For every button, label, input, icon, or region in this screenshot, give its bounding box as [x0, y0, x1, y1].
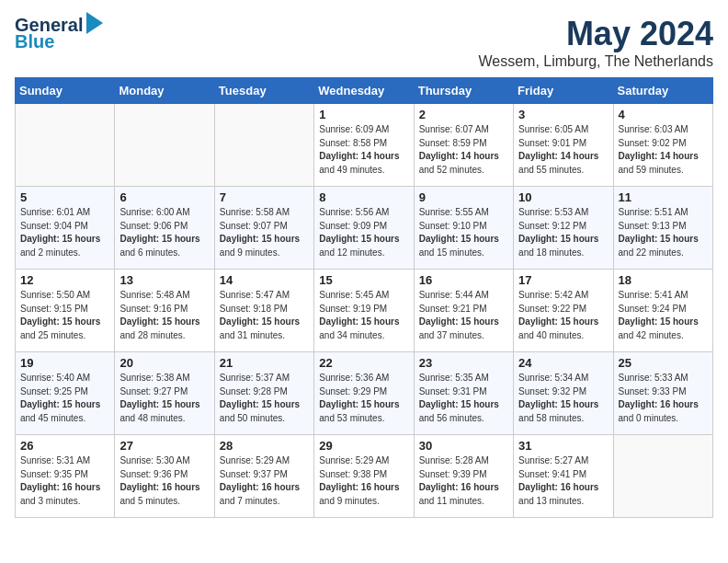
day-number: 3: [518, 108, 608, 121]
calendar-cell: 29Sunrise: 5:29 AMSunset: 9:38 PMDayligh…: [314, 435, 414, 518]
calendar-cell: 19Sunrise: 5:40 AMSunset: 9:25 PMDayligh…: [16, 352, 115, 435]
calendar-cell: 17Sunrise: 5:42 AMSunset: 9:22 PMDayligh…: [514, 270, 613, 352]
day-info: Sunrise: 5:50 AMSunset: 9:15 PMDaylight:…: [20, 289, 109, 342]
day-number: 2: [419, 108, 508, 121]
day-number: 16: [419, 273, 508, 287]
day-number: 4: [619, 108, 708, 121]
day-header-monday: Monday: [115, 78, 214, 104]
calendar-cell: [16, 104, 115, 187]
calendar-cell: 31Sunrise: 5:27 AMSunset: 9:41 PMDayligh…: [514, 435, 613, 518]
day-info: Sunrise: 5:42 AMSunset: 9:22 PMDaylight:…: [518, 289, 608, 342]
calendar-week-row: 26Sunrise: 5:31 AMSunset: 9:35 PMDayligh…: [16, 435, 713, 518]
day-number: 19: [20, 356, 109, 370]
day-info: Sunrise: 5:35 AMSunset: 9:31 PMDaylight:…: [419, 372, 508, 425]
day-info: Sunrise: 5:27 AMSunset: 9:41 PMDaylight:…: [518, 454, 608, 508]
day-info: Sunrise: 5:56 AMSunset: 9:09 PMDaylight:…: [319, 206, 408, 259]
day-info: Sunrise: 5:44 AMSunset: 9:21 PMDaylight:…: [419, 289, 508, 342]
day-info: Sunrise: 5:29 AMSunset: 9:38 PMDaylight:…: [319, 454, 408, 508]
day-info: Sunrise: 5:33 AMSunset: 9:33 PMDaylight:…: [619, 372, 708, 425]
day-number: 14: [220, 273, 309, 287]
calendar-cell: 16Sunrise: 5:44 AMSunset: 9:21 PMDayligh…: [414, 270, 513, 352]
day-info: Sunrise: 6:07 AMSunset: 8:59 PMDaylight:…: [419, 123, 508, 177]
logo: General Blue: [15, 15, 103, 52]
calendar-cell: 23Sunrise: 5:35 AMSunset: 9:31 PMDayligh…: [414, 352, 513, 435]
calendar-cell: 27Sunrise: 5:30 AMSunset: 9:36 PMDayligh…: [115, 435, 214, 518]
day-number: 31: [518, 439, 608, 453]
day-number: 10: [518, 190, 608, 204]
calendar-cell: 1Sunrise: 6:09 AMSunset: 8:58 PMDaylight…: [314, 104, 414, 187]
day-info: Sunrise: 5:40 AMSunset: 9:25 PMDaylight:…: [20, 372, 109, 425]
calendar-cell: 24Sunrise: 5:34 AMSunset: 9:32 PMDayligh…: [514, 352, 613, 435]
day-number: 27: [119, 439, 209, 453]
day-number: 25: [619, 356, 708, 370]
calendar-cell: 26Sunrise: 5:31 AMSunset: 9:35 PMDayligh…: [16, 435, 115, 518]
calendar-cell: 9Sunrise: 5:55 AMSunset: 9:10 PMDaylight…: [414, 187, 513, 270]
day-number: 23: [419, 356, 508, 370]
day-number: 6: [119, 190, 209, 204]
calendar-cell: 12Sunrise: 5:50 AMSunset: 9:15 PMDayligh…: [16, 270, 115, 352]
day-info: Sunrise: 5:47 AMSunset: 9:18 PMDaylight:…: [220, 289, 309, 342]
day-number: 13: [119, 273, 209, 287]
day-header-saturday: Saturday: [613, 78, 712, 104]
calendar-cell: 2Sunrise: 6:07 AMSunset: 8:59 PMDaylight…: [414, 104, 513, 187]
day-info: Sunrise: 5:37 AMSunset: 9:28 PMDaylight:…: [220, 372, 309, 425]
day-info: Sunrise: 5:29 AMSunset: 9:37 PMDaylight:…: [220, 454, 309, 508]
day-info: Sunrise: 5:53 AMSunset: 9:12 PMDaylight:…: [518, 206, 608, 259]
calendar-table: SundayMondayTuesdayWednesdayThursdayFrid…: [15, 77, 713, 518]
day-number: 26: [20, 439, 109, 453]
day-number: 11: [619, 190, 708, 204]
day-info: Sunrise: 5:51 AMSunset: 9:13 PMDaylight:…: [619, 206, 708, 259]
day-info: Sunrise: 5:55 AMSunset: 9:10 PMDaylight:…: [419, 206, 508, 259]
calendar-cell: [613, 435, 712, 518]
day-header-friday: Friday: [514, 78, 613, 104]
day-number: 18: [619, 273, 708, 287]
day-number: 7: [220, 190, 309, 204]
calendar-cell: 10Sunrise: 5:53 AMSunset: 9:12 PMDayligh…: [514, 187, 613, 270]
day-header-wednesday: Wednesday: [314, 78, 414, 104]
day-number: 22: [319, 356, 408, 370]
calendar-cell: 7Sunrise: 5:58 AMSunset: 9:07 PMDaylight…: [214, 187, 313, 270]
calendar-cell: 30Sunrise: 5:28 AMSunset: 9:39 PMDayligh…: [414, 435, 513, 518]
calendar-cell: 14Sunrise: 5:47 AMSunset: 9:18 PMDayligh…: [214, 270, 313, 352]
day-info: Sunrise: 5:30 AMSunset: 9:36 PMDaylight:…: [119, 454, 209, 508]
day-info: Sunrise: 5:58 AMSunset: 9:07 PMDaylight:…: [220, 206, 309, 259]
day-info: Sunrise: 5:41 AMSunset: 9:24 PMDaylight:…: [619, 289, 708, 342]
day-info: Sunrise: 6:09 AMSunset: 8:58 PMDaylight:…: [319, 123, 408, 177]
calendar-week-row: 12Sunrise: 5:50 AMSunset: 9:15 PMDayligh…: [16, 270, 713, 352]
day-info: Sunrise: 5:36 AMSunset: 9:29 PMDaylight:…: [319, 372, 408, 425]
page-header: General Blue May 2024 Wessem, Limburg, T…: [15, 15, 713, 70]
day-info: Sunrise: 6:01 AMSunset: 9:04 PMDaylight:…: [20, 206, 109, 259]
location-title: Wessem, Limburg, The Netherlands: [478, 53, 713, 70]
day-number: 15: [319, 273, 408, 287]
day-number: 30: [419, 439, 508, 453]
calendar-cell: 22Sunrise: 5:36 AMSunset: 9:29 PMDayligh…: [314, 352, 414, 435]
calendar-cell: 25Sunrise: 5:33 AMSunset: 9:33 PMDayligh…: [613, 352, 712, 435]
calendar-cell: 21Sunrise: 5:37 AMSunset: 9:28 PMDayligh…: [214, 352, 313, 435]
day-info: Sunrise: 6:03 AMSunset: 9:02 PMDaylight:…: [619, 123, 708, 177]
calendar-header-row: SundayMondayTuesdayWednesdayThursdayFrid…: [16, 78, 713, 104]
calendar-cell: 18Sunrise: 5:41 AMSunset: 9:24 PMDayligh…: [613, 270, 712, 352]
day-number: 24: [518, 356, 608, 370]
day-number: 21: [220, 356, 309, 370]
day-number: 20: [119, 356, 209, 370]
calendar-week-row: 5Sunrise: 6:01 AMSunset: 9:04 PMDaylight…: [16, 187, 713, 270]
calendar-cell: 5Sunrise: 6:01 AMSunset: 9:04 PMDaylight…: [16, 187, 115, 270]
calendar-cell: 4Sunrise: 6:03 AMSunset: 9:02 PMDaylight…: [613, 104, 712, 187]
calendar-cell: 28Sunrise: 5:29 AMSunset: 9:37 PMDayligh…: [214, 435, 313, 518]
day-info: Sunrise: 6:00 AMSunset: 9:06 PMDaylight:…: [119, 206, 209, 259]
calendar-cell: [214, 104, 313, 187]
day-number: 1: [319, 108, 408, 121]
day-info: Sunrise: 6:05 AMSunset: 9:01 PMDaylight:…: [518, 123, 608, 177]
calendar-cell: 8Sunrise: 5:56 AMSunset: 9:09 PMDaylight…: [314, 187, 414, 270]
calendar-cell: 13Sunrise: 5:48 AMSunset: 9:16 PMDayligh…: [115, 270, 214, 352]
month-title: May 2024: [478, 15, 713, 53]
day-info: Sunrise: 5:28 AMSunset: 9:39 PMDaylight:…: [419, 454, 508, 508]
day-number: 8: [319, 190, 408, 204]
day-number: 29: [319, 439, 408, 453]
day-header-sunday: Sunday: [16, 78, 115, 104]
day-number: 12: [20, 273, 109, 287]
day-info: Sunrise: 5:48 AMSunset: 9:16 PMDaylight:…: [119, 289, 209, 342]
logo-subtext: Blue: [15, 31, 54, 52]
day-info: Sunrise: 5:38 AMSunset: 9:27 PMDaylight:…: [119, 372, 209, 425]
day-info: Sunrise: 5:34 AMSunset: 9:32 PMDaylight:…: [518, 372, 608, 425]
